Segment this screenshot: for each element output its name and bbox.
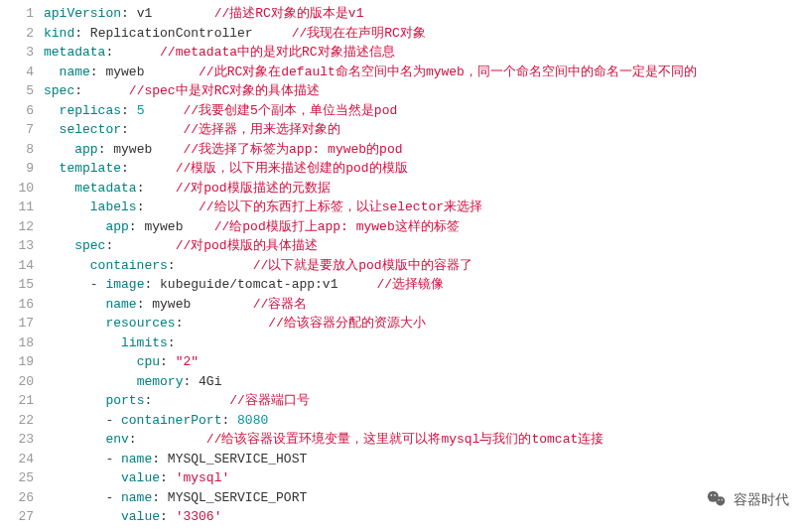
- svg-point-4: [718, 499, 719, 500]
- line-number: 4: [0, 63, 44, 82]
- line-number: 19: [0, 352, 44, 372]
- code-line: 27 value: '3306': [0, 507, 807, 527]
- code-content: selector: //选择器，用来选择对象的: [44, 120, 340, 140]
- code-line: 17 resources: //给该容器分配的资源大小: [0, 314, 807, 333]
- code-line: 5spec: //spec中是对RC对象的具体描述: [0, 81, 807, 101]
- line-number: 9: [0, 159, 44, 179]
- code-content: spec: //对pod模版的具体描述: [44, 236, 318, 256]
- code-content: name: myweb //此RC对象在default命名空间中名为myweb，…: [44, 63, 697, 82]
- line-number: 23: [0, 430, 44, 450]
- line-number: 20: [0, 372, 44, 392]
- line-number: 5: [0, 81, 44, 101]
- code-content: labels: //给以下的东西打上标签，以让selector来选择: [44, 198, 482, 217]
- code-line: 11 labels: //给以下的东西打上标签，以让selector来选择: [0, 198, 807, 217]
- code-content: replicas: 5 //我要创建5个副本，单位当然是pod: [44, 101, 397, 121]
- watermark: 容器时代: [706, 488, 789, 510]
- wechat-icon: [706, 488, 728, 510]
- code-content: app: myweb //给pod模版打上app: myweb这样的标签: [44, 217, 460, 237]
- code-line: 19 cpu: "2": [0, 352, 807, 372]
- code-line: 10 metadata: //对pod模版描述的元数据: [0, 179, 807, 199]
- line-number: 7: [0, 120, 44, 140]
- code-content: - image: kubeguide/tomcat-app:v1 //选择镜像: [44, 275, 444, 295]
- code-line: 15 - image: kubeguide/tomcat-app:v1 //选择…: [0, 275, 807, 295]
- code-content: kind: ReplicationController //我现在在声明RC对象: [44, 24, 426, 44]
- line-number: 3: [0, 43, 44, 63]
- watermark-text: 容器时代: [734, 489, 789, 510]
- code-line: 26 - name: MYSQL_SERVICE_PORT: [0, 488, 807, 508]
- code-content: metadata: //对pod模版描述的元数据: [44, 179, 331, 199]
- code-line: 9 template: //模版，以下用来描述创建的pod的模版: [0, 159, 807, 179]
- code-content: env: //给该容器设置环境变量，这里就可以将mysql与我们的tomcat连…: [44, 430, 604, 450]
- code-line: 16 name: myweb //容器名: [0, 295, 807, 315]
- line-number: 2: [0, 24, 44, 44]
- code-content: template: //模版，以下用来描述创建的pod的模版: [44, 159, 408, 179]
- code-line: 12 app: myweb //给pod模版打上app: myweb这样的标签: [0, 217, 807, 237]
- code-line: 21 ports: //容器端口号: [0, 391, 807, 411]
- code-line: 2kind: ReplicationController //我现在在声明RC对…: [0, 24, 807, 44]
- code-content: metadata: //metadata中的是对此RC对象描述信息: [44, 43, 395, 63]
- code-line: 14 containers: //以下就是要放入pod模版中的容器了: [0, 256, 807, 276]
- code-content: containers: //以下就是要放入pod模版中的容器了: [44, 256, 472, 276]
- line-number: 15: [0, 275, 44, 295]
- code-line: 7 selector: //选择器，用来选择对象的: [0, 120, 807, 140]
- svg-point-5: [722, 499, 723, 500]
- code-line: 23 env: //给该容器设置环境变量，这里就可以将mysql与我们的tomc…: [0, 430, 807, 450]
- line-number: 25: [0, 468, 44, 488]
- line-number: 16: [0, 295, 44, 315]
- code-content: resources: //给该容器分配的资源大小: [44, 314, 426, 333]
- code-content: value: 'mysql': [44, 468, 229, 488]
- code-content: apiVersion: v1 //描述RC对象的版本是v1: [44, 4, 363, 24]
- code-line: 6 replicas: 5 //我要创建5个副本，单位当然是pod: [0, 101, 807, 121]
- line-number: 27: [0, 507, 44, 527]
- code-line: 8 app: myweb //我选择了标签为app: myweb的pod: [0, 140, 807, 160]
- line-number: 10: [0, 179, 44, 199]
- line-number: 12: [0, 217, 44, 237]
- code-content: spec: //spec中是对RC对象的具体描述: [44, 81, 320, 101]
- code-line: 25 value: 'mysql': [0, 468, 807, 488]
- svg-point-1: [716, 496, 725, 505]
- code-content: name: myweb //容器名: [44, 295, 307, 315]
- line-number: 6: [0, 101, 44, 121]
- line-number: 8: [0, 140, 44, 160]
- line-number: 24: [0, 450, 44, 469]
- line-number: 1: [0, 4, 44, 24]
- line-number: 11: [0, 198, 44, 217]
- yaml-code-block: 1apiVersion: v1 //描述RC对象的版本是v12kind: Rep…: [0, 0, 807, 532]
- code-content: - containerPort: 8080: [44, 411, 268, 431]
- line-number: 21: [0, 391, 44, 411]
- code-line: 3metadata: //metadata中的是对此RC对象描述信息: [0, 43, 807, 63]
- line-number: 18: [0, 333, 44, 353]
- code-content: ports: //容器端口号: [44, 391, 310, 411]
- code-content: - name: MYSQL_SERVICE_HOST: [44, 450, 307, 469]
- line-number: 13: [0, 236, 44, 256]
- code-content: cpu: "2": [44, 352, 199, 372]
- code-line: 22 - containerPort: 8080: [0, 411, 807, 431]
- code-line: 4 name: myweb //此RC对象在default命名空间中名为mywe…: [0, 63, 807, 82]
- code-content: value: '3306': [44, 507, 221, 527]
- line-number: 22: [0, 411, 44, 431]
- code-line: 13 spec: //对pod模版的具体描述: [0, 236, 807, 256]
- code-line: 24 - name: MYSQL_SERVICE_HOST: [0, 450, 807, 469]
- code-content: memory: 4Gi: [44, 372, 221, 392]
- svg-point-3: [714, 494, 716, 496]
- line-number: 26: [0, 488, 44, 508]
- code-line: 20 memory: 4Gi: [0, 372, 807, 392]
- svg-point-2: [711, 494, 713, 496]
- code-content: - name: MYSQL_SERVICE_PORT: [44, 488, 307, 508]
- line-number: 17: [0, 314, 44, 333]
- code-line: 18 limits:: [0, 333, 807, 353]
- code-content: app: myweb //我选择了标签为app: myweb的pod: [44, 140, 403, 160]
- code-line: 1apiVersion: v1 //描述RC对象的版本是v1: [0, 4, 807, 24]
- code-content: limits:: [44, 333, 176, 353]
- line-number: 14: [0, 256, 44, 276]
